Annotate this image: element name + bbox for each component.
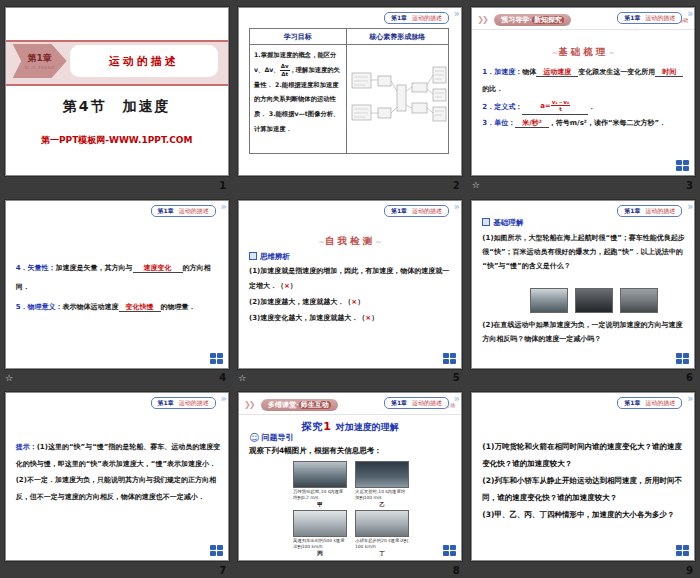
thumbnail-footer: ☆ 2 [233, 176, 466, 193]
vector-property-line: 4．矢量性：加速度是矢量，其方向与速度变化的方向相同． [16, 259, 222, 298]
objectives-table: 学习目标 核心素养形成脉络 1.掌握加速度的概念，能区分v、Δv、ΔvΔt，理解… [249, 28, 449, 154]
thumbnail-footer: ☆ 7 [0, 561, 233, 578]
chapter-badge: 第1章 运动的描述 [617, 12, 682, 24]
chapter-badge: 第1章 运动的描述 [617, 397, 682, 409]
slide-thumbnail-3[interactable]: ❯❯ 预习导学·新知探究 梳理知识·夯实基础 第1章 运动的描述 » ～基础梳理… [471, 7, 695, 176]
band-chevron-icon: ❯❯ [477, 15, 486, 24]
photo-label: 丁 [379, 550, 385, 557]
chapter-badge: 第1章 运动的描述 [384, 397, 449, 409]
nav-grid-icon[interactable] [676, 353, 689, 364]
statement-1: (1)加速度就是指速度的增加，因此，有加速度，物体的速度就一定增大．（×） [249, 264, 455, 296]
thumbnail-footer: ☆ 4 [0, 369, 233, 386]
chapter-badge: 第1章 运动的描述 [384, 205, 449, 217]
nav-grid-icon[interactable] [443, 545, 456, 556]
subsection-label: 思维辨析 [249, 252, 290, 262]
racecar-photo [575, 288, 613, 313]
slide-cell-5: 第1章 运动的描述 » ～自我检测～ 思维辨析 (1)加速度就是指速度的增加，因… [233, 193, 466, 386]
smiley-icon: ☺ [249, 432, 259, 443]
chevron-right-icon: » [454, 394, 460, 404]
band-title: 多维课堂·师生互动 [261, 399, 338, 411]
photo-label: 丙 [317, 550, 323, 557]
slide-number: 5 [453, 372, 460, 383]
thumbnail-footer: ☆ 5 [233, 369, 466, 386]
chevron-right-icon: » [687, 202, 693, 212]
chapter-badge-chapter: 第1章 [391, 14, 407, 21]
chapter-badge: 第1章 运动的描述 [151, 397, 216, 409]
ship-photo [530, 288, 568, 313]
slide-thumbnail-5[interactable]: 第1章 运动的描述 » ～自我检测～ 思维辨析 (1)加速度就是指速度的增加，因… [238, 200, 462, 369]
photo-caption: 万吨货轮起航,10 s内速度增到0.2 m/s [293, 489, 347, 500]
photo-label: 乙 [379, 501, 385, 508]
sprinters-photo [620, 288, 658, 313]
lesson-title: 第4节 加速度 [6, 98, 228, 116]
slide-thumbnail-7[interactable]: 第1章 运动的描述 » 提示：(1)这里的“快”与“慢”指的是轮船、赛车、运动员… [5, 392, 229, 561]
photo-grid: 万吨货轮起航,10 s内速度增到0.2 m/s 甲 火箭发射时,10 s内速度增… [293, 461, 409, 557]
lead-label: ☺问题导引 [249, 432, 293, 443]
thumbnail-footer: ☆ 8 [233, 561, 466, 578]
slide-thumbnail-8[interactable]: ❯❯ 多维课堂·师生互动 突破疑难·讲练互动 第1章 运动的描述 » 探究1对加… [238, 392, 462, 561]
band-chevron-icon: ❯❯ [244, 400, 253, 409]
chevron-right-icon: » [687, 394, 693, 404]
intro-text: 观察下列4幅图片，根据有关信息思考： [249, 446, 382, 456]
nav-grid-icon[interactable] [443, 353, 456, 364]
booklet-icon [482, 218, 490, 226]
unit-title-box: 运动的描述 [70, 45, 218, 77]
chevron-right-icon: » [221, 202, 227, 212]
hint-label: 提示： [16, 443, 37, 451]
question-1: (1)万吨货轮和火箭在相同时间内谁的速度变化大？谁的速度变化快？谁的加速度较大？ [482, 439, 688, 473]
photo-caption: 小轿车起步约20 s速度达到100 km/h [355, 538, 409, 549]
acceleration-formula: a=v₁－v₀t [522, 98, 588, 116]
column-header-objectives: 学习目标 [249, 29, 346, 45]
nav-grid-icon[interactable] [210, 353, 223, 364]
delta-fraction: ΔvΔt [280, 63, 290, 77]
slide-body: 1．加速度：物体运动速度变化跟发生这一变化所用时间的比． 2．定义式：a=v₁－… [482, 64, 688, 132]
train-photo [293, 510, 347, 537]
unit-title: 运动的描述 [109, 54, 179, 69]
sedan-photo [355, 510, 409, 537]
booklet-icon [249, 252, 257, 260]
objective-3: 3.能根据v—t图像分析、计算加速度． [254, 110, 339, 132]
slide-thumbnail-2[interactable]: 第1章 运动的描述 » 学习目标 核心素养形成脉络 1.掌握加速度的概念，能区分… [238, 7, 462, 176]
slide-number: 3 [686, 180, 693, 191]
nav-grid-icon[interactable] [676, 160, 689, 171]
photo-label: 甲 [317, 501, 323, 508]
unit-line: 3．单位：米/秒²，符号m/s²，读作“米每二次方秒”． [482, 115, 688, 132]
nav-grid-icon[interactable] [676, 545, 689, 556]
animation-star-icon: ☆ [238, 373, 246, 383]
photo-item-ding: 小轿车起步约20 s速度达到100 km/h 丁 [355, 510, 409, 557]
photo-caption: 火箭发射时,10 s内速度增加到100 m/s [355, 489, 409, 500]
answer-1: 提示：(1)这里的“快”与“慢”指的是轮船、赛车、运动员的速度变化的快与慢，即这… [16, 439, 222, 472]
animation-star-icon: ☆ [5, 373, 13, 383]
rocket-photo [355, 461, 409, 488]
slide-number: 9 [686, 565, 693, 576]
slide-thumbnail-4[interactable]: 第1章 运动的描述 » 4．矢量性：加速度是矢量，其方向与速度变化的方向相同． … [5, 200, 229, 369]
definition-line: 1．加速度：物体运动速度变化跟发生这一变化所用时间的比． [482, 64, 688, 98]
section-title: ～自我检测～ [239, 235, 461, 248]
question-2: (2)列车和小轿车从静止开始运动达到相同速度，所用时间不同，谁的速度变化快？谁的… [482, 473, 688, 507]
chapter-badge: 第1章 运动的描述 [151, 205, 216, 217]
slide-number: 2 [453, 180, 460, 191]
chevron-right-icon: » [454, 202, 460, 212]
slide-thumbnail-6[interactable]: 第1章 运动的描述 » 基础理解 (1)如图所示，大型轮船在海上起航时很“慢”；… [471, 200, 695, 369]
slide-number: 7 [219, 565, 226, 576]
statement-2: (2)加速度越大，速度就越大．（×） [249, 295, 455, 311]
slide-thumbnail-1[interactable]: 第1章 DI YI ZHANG 运动的描述 第4节 加速度 第一PPT模板网-W… [5, 7, 229, 176]
band-title: 预习导学·新知探究 [494, 14, 571, 26]
slide-cell-8: ❯❯ 多维课堂·师生互动 突破疑难·讲练互动 第1章 运动的描述 » 探究1对加… [233, 385, 466, 578]
true-false-list: (1)加速度就是指速度的增加，因此，有加速度，物体的速度就一定增大．（×） (2… [249, 264, 455, 327]
slide-thumbnail-9[interactable]: 第1章 运动的描述 » (1)万吨货轮和火箭在相同时间内谁的速度变化大？谁的速度… [471, 392, 695, 561]
slide-body: 4．矢量性：加速度是矢量，其方向与速度变化的方向相同． 5．物理意义：表示物体运… [16, 259, 222, 318]
thumbnail-footer: ☆ 3 [467, 176, 700, 193]
thumbnail-footer: ☆ 1 [0, 176, 233, 193]
nav-grid-icon[interactable] [210, 545, 223, 556]
slide-number: 4 [219, 372, 226, 383]
slide-cell-3: ❯❯ 预习导学·新知探究 梳理知识·夯实基础 第1章 运动的描述 » ～基础梳理… [467, 0, 700, 193]
section-title: ～基础梳理～ [472, 46, 694, 59]
photo-caption: 高速列车出站约500 s速度达到100 km/h [293, 538, 347, 549]
competency-flowchart [349, 61, 449, 153]
slide-sorter-grid: 第1章 DI YI ZHANG 运动的描述 第4节 加速度 第一PPT模板网-W… [0, 0, 700, 578]
chapter-badge-title: 运动的描述 [412, 14, 442, 21]
template-credit: 第一PPT模板网-WWW.1PPT.COM [6, 134, 228, 147]
chevron-right-icon: » [221, 394, 227, 404]
chevron-right-icon: » [454, 9, 460, 19]
